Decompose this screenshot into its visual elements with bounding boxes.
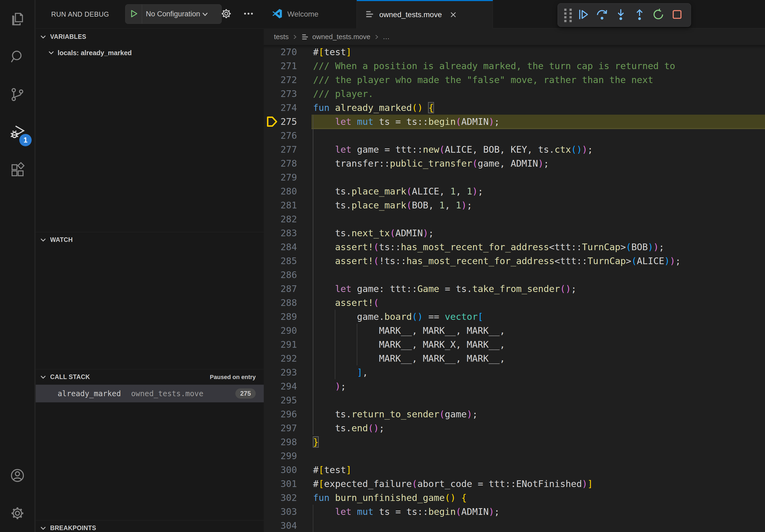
- code-line[interactable]: );: [313, 379, 765, 393]
- line-number[interactable]: 285: [264, 254, 297, 268]
- views-more-actions-button[interactable]: [243, 0, 254, 28]
- code-line[interactable]: assert!(!ts::has_most_recent_for_address…: [313, 254, 765, 268]
- sidebar-item-search[interactable]: [0, 38, 35, 76]
- tab-welcome[interactable]: Welcome: [264, 0, 357, 28]
- line-number[interactable]: 300: [264, 463, 297, 477]
- stack-frame-row[interactable]: already_marked owned_tests.move 275: [36, 385, 264, 402]
- sidebar-item-run-and-debug[interactable]: 1: [0, 113, 35, 151]
- line-number[interactable]: 294: [264, 379, 297, 393]
- step-out-button[interactable]: [630, 6, 649, 24]
- line-number[interactable]: 304: [264, 519, 297, 532]
- line-number[interactable]: 271: [264, 59, 297, 73]
- code-line[interactable]: transfer::public_transfer(game, ADMIN);: [313, 156, 765, 170]
- code-line[interactable]: ],: [313, 366, 765, 379]
- code-line-current[interactable]: let mut ts = ts::begin(ADMIN);: [312, 115, 765, 129]
- code-line[interactable]: ts.end();: [313, 421, 765, 435]
- variables-section-header[interactable]: VARIABLES: [36, 28, 264, 45]
- line-number[interactable]: 281: [264, 198, 297, 212]
- launch-configuration-control[interactable]: No Configurations: [125, 4, 222, 24]
- settings-button[interactable]: [0, 494, 35, 532]
- line-number[interactable]: 286: [264, 268, 297, 282]
- continue-button[interactable]: [574, 6, 593, 24]
- line-number[interactable]: 301: [264, 477, 297, 491]
- line-number[interactable]: 287: [264, 282, 297, 296]
- line-number[interactable]: 270: [264, 45, 297, 59]
- code-line[interactable]: [313, 449, 765, 463]
- chevron-down-icon: [201, 10, 209, 18]
- line-number[interactable]: 282: [264, 212, 297, 226]
- configuration-dropdown[interactable]: No Configurations: [142, 10, 201, 18]
- stop-button[interactable]: [668, 6, 686, 24]
- line-number[interactable]: 277: [264, 142, 297, 156]
- line-number[interactable]: 291: [264, 338, 297, 352]
- code-line[interactable]: [313, 519, 765, 532]
- code-line[interactable]: ts.return_to_sender(game);: [313, 407, 765, 421]
- line-number[interactable]: 289: [264, 310, 297, 324]
- line-number[interactable]: 278: [264, 156, 297, 170]
- code-line[interactable]: [313, 268, 765, 282]
- code-line[interactable]: /// the player who made the "false" move…: [313, 73, 765, 87]
- code-line[interactable]: let game: ttt::Game = ts.take_from_sende…: [313, 282, 765, 296]
- code-line[interactable]: /// player.: [313, 87, 765, 101]
- line-number[interactable]: 288: [264, 296, 297, 310]
- code-line[interactable]: [313, 170, 765, 184]
- code-line[interactable]: assert!(ts::has_most_recent_for_address<…: [313, 240, 765, 254]
- breadcrumb-folder[interactable]: tests: [274, 33, 289, 41]
- account-button[interactable]: [0, 456, 35, 494]
- watch-section-header[interactable]: WATCH: [36, 232, 264, 247]
- line-number[interactable]: 292: [264, 352, 297, 366]
- line-number[interactable]: 303: [264, 505, 297, 519]
- code-line[interactable]: fun already_marked() {: [313, 101, 765, 115]
- line-number[interactable]: 280: [264, 184, 297, 198]
- tab-owned-tests-move[interactable]: owned_tests.move: [357, 0, 493, 28]
- step-over-button[interactable]: [593, 6, 611, 24]
- code-line[interactable]: [313, 212, 765, 226]
- code-line[interactable]: [313, 129, 765, 142]
- code-line[interactable]: MARK__, MARK__, MARK__,: [313, 324, 765, 338]
- call-stack-section-header[interactable]: CALL STACK Paused on entry: [36, 369, 264, 385]
- line-number[interactable]: 297: [264, 421, 297, 435]
- variables-scope-row[interactable]: locals: already_marked: [36, 45, 264, 61]
- code-line[interactable]: #[expected_failure(abort_code = ttt::ENo…: [313, 477, 765, 491]
- sidebar-item-extensions[interactable]: [0, 151, 35, 189]
- code-line[interactable]: }: [313, 435, 765, 449]
- line-number[interactable]: 274: [264, 101, 297, 115]
- code-line[interactable]: game.board() == vector[: [313, 310, 765, 324]
- drag-handle[interactable]: [562, 8, 574, 23]
- close-icon[interactable]: [449, 11, 457, 19]
- sidebar-item-explorer[interactable]: [0, 0, 35, 38]
- code-line[interactable]: [313, 393, 765, 407]
- line-number[interactable]: 279: [264, 170, 297, 184]
- restart-button[interactable]: [649, 6, 668, 24]
- code-line[interactable]: let game = ttt::new(ALICE, BOB, KEY, ts.…: [313, 142, 765, 156]
- code-line[interactable]: #[test]: [313, 45, 765, 59]
- breadcrumb-file[interactable]: owned_tests.move: [312, 33, 371, 41]
- line-number[interactable]: 293: [264, 366, 297, 379]
- code-line[interactable]: ts.next_tx(ADMIN);: [313, 226, 765, 240]
- line-number[interactable]: 273: [264, 87, 297, 101]
- code-line[interactable]: #[test]: [313, 463, 765, 477]
- line-number[interactable]: 295: [264, 393, 297, 407]
- step-into-button[interactable]: [611, 6, 630, 24]
- breakpoints-section-header[interactable]: BREAKPOINTS: [36, 520, 264, 532]
- code-line[interactable]: assert!(: [313, 296, 765, 310]
- code-line[interactable]: ts.place_mark(BOB, 1, 1);: [313, 198, 765, 212]
- debug-settings-button[interactable]: [220, 0, 232, 28]
- start-debugging-button[interactable]: [125, 5, 142, 24]
- sidebar-item-source-control[interactable]: [0, 76, 35, 113]
- breadcrumb-symbol[interactable]: …: [383, 33, 390, 41]
- line-number[interactable]: 283: [264, 226, 297, 240]
- line-number[interactable]: 299: [264, 449, 297, 463]
- line-number[interactable]: 302: [264, 491, 297, 505]
- code-line[interactable]: ts.place_mark(ALICE, 1, 1);: [313, 184, 765, 198]
- code-line[interactable]: MARK__, MARK__, MARK__,: [313, 352, 765, 366]
- code-line[interactable]: /// When a position is already marked, t…: [313, 59, 765, 73]
- code-line[interactable]: fun burn_unfinished_game() {: [313, 491, 765, 505]
- code-line[interactable]: MARK__, MARK_X, MARK__,: [313, 338, 765, 352]
- line-number[interactable]: 298: [264, 435, 297, 449]
- line-number[interactable]: 296: [264, 407, 297, 421]
- line-number[interactable]: 284: [264, 240, 297, 254]
- line-number[interactable]: 272: [264, 73, 297, 87]
- line-number[interactable]: 290: [264, 324, 297, 338]
- code-line[interactable]: let mut ts = ts::begin(ADMIN);: [313, 505, 765, 519]
